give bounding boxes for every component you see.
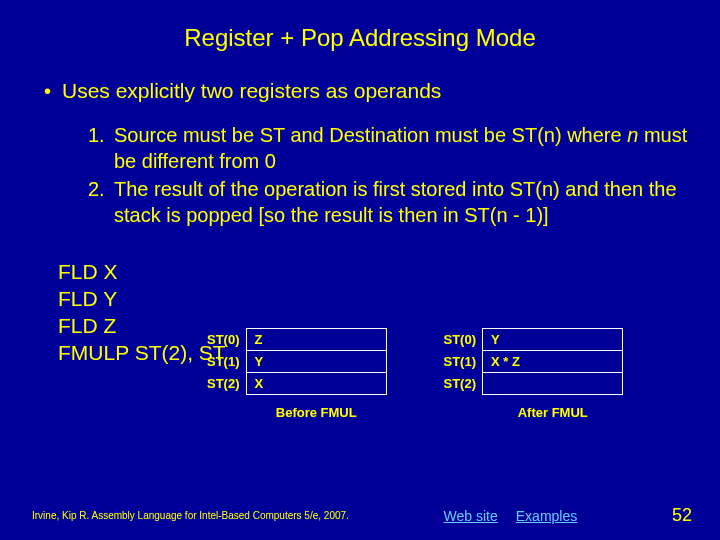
reg-label: ST(1) — [437, 351, 483, 373]
reg-value: Y — [246, 351, 386, 373]
before-stack: ST(0) Z ST(1) Y ST(2) X Before FMUL — [200, 328, 387, 420]
reg-label: ST(2) — [437, 373, 483, 395]
before-caption: Before FMUL — [246, 405, 387, 420]
examples-link[interactable]: Examples — [516, 508, 577, 524]
reg-label: ST(2) — [200, 373, 246, 395]
code-line: FLD X — [58, 258, 692, 285]
website-link[interactable]: Web site — [444, 508, 498, 524]
stack-tables: ST(0) Z ST(1) Y ST(2) X Before FMUL ST(0… — [200, 328, 623, 420]
reg-label: ST(1) — [200, 351, 246, 373]
numbered-text: The result of the operation is first sto… — [114, 176, 692, 228]
table-row: ST(0) Z — [200, 329, 386, 351]
reg-label: ST(0) — [437, 329, 483, 351]
reg-value — [483, 373, 623, 395]
numbered-item-2: 2. The result of the operation is first … — [88, 176, 692, 228]
code-line: FLD Y — [58, 285, 692, 312]
before-table: ST(0) Z ST(1) Y ST(2) X — [200, 328, 387, 395]
table-row: ST(2) X — [200, 373, 386, 395]
reg-value: X * Z — [483, 351, 623, 373]
italic-n: n — [627, 124, 638, 146]
numbered-list: 1. Source must be ST and Destination mus… — [28, 122, 692, 228]
number-label: 2. — [88, 176, 114, 228]
numbered-text: Source must be ST and Destination must b… — [114, 122, 692, 174]
page-number: 52 — [672, 505, 692, 526]
footer: Irvine, Kip R. Assembly Language for Int… — [0, 505, 720, 526]
slide-title: Register + Pop Addressing Mode — [28, 24, 692, 52]
bullet-item: • Uses explicitly two registers as opera… — [28, 78, 692, 104]
table-row: ST(1) X * Z — [437, 351, 623, 373]
number-label: 1. — [88, 122, 114, 174]
bullet-text: Uses explicitly two registers as operand… — [62, 78, 441, 104]
numbered-item-1: 1. Source must be ST and Destination mus… — [88, 122, 692, 174]
bullet-marker: • — [38, 78, 62, 104]
after-stack: ST(0) Y ST(1) X * Z ST(2) After FMUL — [437, 328, 624, 420]
slide: Register + Pop Addressing Mode • Uses ex… — [0, 0, 720, 540]
reg-label: ST(0) — [200, 329, 246, 351]
reg-value: Z — [246, 329, 386, 351]
citation-text: Irvine, Kip R. Assembly Language for Int… — [32, 510, 349, 521]
footer-links: Web site Examples — [444, 508, 578, 524]
after-table: ST(0) Y ST(1) X * Z ST(2) — [437, 328, 624, 395]
after-caption: After FMUL — [483, 405, 624, 420]
table-row: ST(0) Y — [437, 329, 623, 351]
table-row: ST(2) — [437, 373, 623, 395]
table-row: ST(1) Y — [200, 351, 386, 373]
reg-value: Y — [483, 329, 623, 351]
reg-value: X — [246, 373, 386, 395]
